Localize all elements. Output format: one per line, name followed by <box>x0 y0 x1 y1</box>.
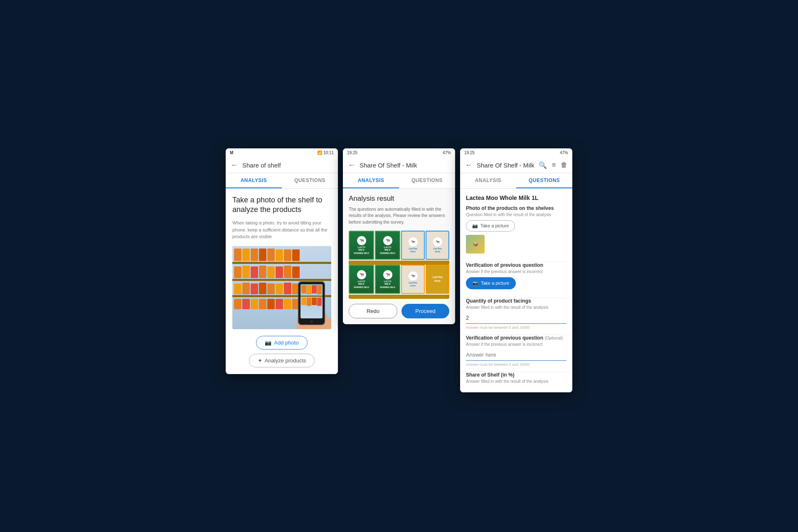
shelf-divider-2 <box>349 295 449 299</box>
product-lacti-1: 🐄 LACTIMILK SKIMMED MILK <box>349 231 374 260</box>
question-4-hint: Answer if the previous answer is incorre… <box>466 342 566 347</box>
photo-thumb-inner-1: 📦 <box>466 235 485 254</box>
product-lacti-2: 🐄 LACTIMILK SKIMMED MILK <box>375 231 400 260</box>
analyze-products-button[interactable]: ✦ Analyze products <box>249 354 315 367</box>
question-1-label: Photo of the products on the shelves <box>466 205 566 211</box>
question-2: Verification of previous question Answer… <box>460 262 572 298</box>
verification-input[interactable] <box>466 350 566 360</box>
add-photo-label: Add photo <box>274 340 298 346</box>
time-left-2: 19:25 <box>347 150 357 155</box>
photo-thumbnail-1: 📦 <box>466 235 485 254</box>
take-picture-label-1: Take a picture <box>480 223 509 228</box>
screen3-content: Lactea Moo Whole Milk 1L Photo of the pr… <box>460 189 572 392</box>
screen1-hero-title: Take a photo of the shelf to analyze the… <box>232 195 331 215</box>
motorola-logo: M <box>230 150 233 155</box>
camera-icon: 📷 <box>265 340 271 346</box>
analysis-result-desc: The questions are automatically filled i… <box>349 206 449 226</box>
back-button-2[interactable]: ← <box>348 161 355 170</box>
screen-1: M 📶 10:11 ← Share of shelf Analysis Ques… <box>226 148 338 374</box>
quantity-answer-hint: Answer must be between 0 and 10000 <box>466 325 566 330</box>
add-photo-button[interactable]: 📷 Add photo <box>256 336 307 350</box>
screen1-buttons: 📷 Add photo ✦ Analyze products <box>232 336 331 367</box>
quantity-input-container <box>466 313 566 324</box>
tabs-3: ANALYSIS QUESTIONS <box>460 173 572 189</box>
question-5-hint: Answer filled in with the result of the … <box>466 379 566 384</box>
status-bar-2: 19:25 47% <box>343 148 455 158</box>
camera-icon-2: 📷 <box>473 281 478 286</box>
screen1-content: Take a photo of the shelf to analyze the… <box>226 189 338 374</box>
shelf-divider-1 <box>349 261 449 265</box>
question-4: Verification of previous question (Optio… <box>460 335 572 372</box>
app-header-3: ← Share Of Shelf - Milk 🔍 ≡ 🗑 <box>460 158 572 173</box>
screen2-actions: Redo Proceed <box>349 304 449 318</box>
question-4-label: Verification of previous question (Optio… <box>466 335 566 341</box>
header-icons-3: 🔍 ≡ 🗑 <box>539 161 567 169</box>
question-3: Quantity of product facings Answer fille… <box>460 298 572 335</box>
proceed-button[interactable]: Proceed <box>401 304 449 318</box>
tab-analysis-1[interactable]: Analysis <box>226 173 282 188</box>
product-lacti-3: 🐄 LACTIMILK SKIMMED MILK <box>349 265 374 294</box>
product-row-2: 🐄 LACTIMILK SKIMMED MILK 🐄 LACTIMILK SKI… <box>349 265 449 294</box>
tab-analysis-3[interactable]: ANALYSIS <box>460 173 516 188</box>
product-lacti-4: 🐄 LACTIMILK SKIMMED MILK <box>375 265 400 294</box>
quantity-input[interactable] <box>466 313 566 323</box>
optional-badge: (Optional) <box>544 336 563 340</box>
tab-questions-3[interactable]: QUESTIONS <box>516 173 572 188</box>
screens-container: M 📶 10:11 ← Share of shelf Analysis Ques… <box>226 148 572 392</box>
take-picture-label-2: Take a picture <box>481 281 509 286</box>
header-title-3: Share Of Shelf - Milk <box>477 162 534 169</box>
status-icons-2: 47% <box>443 150 451 155</box>
question-5-label: Share of Shelf (in %) <box>466 372 566 378</box>
shelf-photo: 🐄 LACTIMILK SKIMMED MILK 🐄 LACTIMILK SKI… <box>349 231 449 299</box>
question-1-hint: Question filled in with the result of th… <box>466 212 566 217</box>
verification-answer-hint: Answer must be between 0 and 10000 <box>466 362 566 367</box>
header-title-1: Share of shelf <box>242 162 333 169</box>
search-icon[interactable]: 🔍 <box>539 161 547 169</box>
product-lactea-3: 🐄 LacTeamoo <box>401 265 425 294</box>
filter-icon[interactable]: ≡ <box>552 161 556 169</box>
status-icons-1: 📶 10:11 <box>317 150 334 155</box>
battery-icon-2: 47% <box>443 150 451 155</box>
analysis-result-title: Analysis result <box>349 195 449 203</box>
product-plain-1: LacTeamoo <box>426 265 449 294</box>
take-picture-btn-2[interactable]: 📷 Take a picture <box>466 277 516 289</box>
verification-input-container <box>466 350 566 361</box>
back-button-3[interactable]: ← <box>465 161 473 170</box>
screen-3: 19:25 47% ← Share Of Shelf - Milk 🔍 ≡ 🗑 … <box>460 148 572 392</box>
sparkle-icon: ✦ <box>258 357 262 364</box>
screen1-hero-desc: When taking a photo, try to avoid tiltin… <box>232 219 331 240</box>
camera-icon-1: 📷 <box>472 223 478 229</box>
redo-button[interactable]: Redo <box>349 304 397 318</box>
battery-3: 47% <box>560 150 568 155</box>
question-5: Share of Shelf (in %) Answer filled in w… <box>460 372 572 392</box>
question-3-hint: Answer filled in with the result of the … <box>466 305 566 310</box>
header-title-2: Share Of Shelf - Milk <box>360 162 450 169</box>
tabs-2: ANALYSIS QUESTIONS <box>343 173 455 189</box>
analyze-products-label: Analyze products <box>265 357 306 364</box>
screen2-content: Analysis result The questions are automa… <box>343 189 455 324</box>
question-2-label: Verification of previous question <box>466 262 566 268</box>
app-header-2: ← Share Of Shelf - Milk <box>343 158 455 173</box>
question-2-hint: Answer if the previous answer is incorre… <box>466 269 566 274</box>
tab-analysis-2[interactable]: ANALYSIS <box>343 173 399 188</box>
shelf-illustration <box>232 246 331 329</box>
time-left-3: 19:25 <box>464 150 475 155</box>
delete-icon[interactable]: 🗑 <box>561 161 567 169</box>
product-name: Lactea Moo Whole Milk 1L <box>460 189 572 201</box>
app-header-1: ← Share of shelf <box>226 158 338 173</box>
product-row-1: 🐄 LACTIMILK SKIMMED MILK 🐄 LACTIMILK SKI… <box>349 231 449 260</box>
status-bar-3: 19:25 47% <box>460 148 572 158</box>
tabs-1: Analysis Questions <box>226 173 338 189</box>
product-lactea-1: 🐄 LacTeamoo <box>401 231 425 260</box>
time-1: 10:11 <box>323 150 334 155</box>
product-lactea-2: 🐄 LacTeamoo <box>426 231 449 260</box>
tab-questions-2[interactable]: QUESTIONS <box>399 173 455 188</box>
take-picture-btn-1[interactable]: 📷 Take a picture <box>466 220 515 232</box>
tab-questions-1[interactable]: Questions <box>282 173 338 188</box>
screen-2: 19:25 47% ← Share Of Shelf - Milk ANALYS… <box>343 148 455 324</box>
status-bar-1: M 📶 10:11 <box>226 148 338 158</box>
back-button-1[interactable]: ← <box>231 161 238 170</box>
wifi-icon: 📶 <box>317 150 322 155</box>
question-3-label: Quantity of product facings <box>466 298 566 304</box>
question-1: Photo of the products on the shelves Que… <box>460 205 572 262</box>
